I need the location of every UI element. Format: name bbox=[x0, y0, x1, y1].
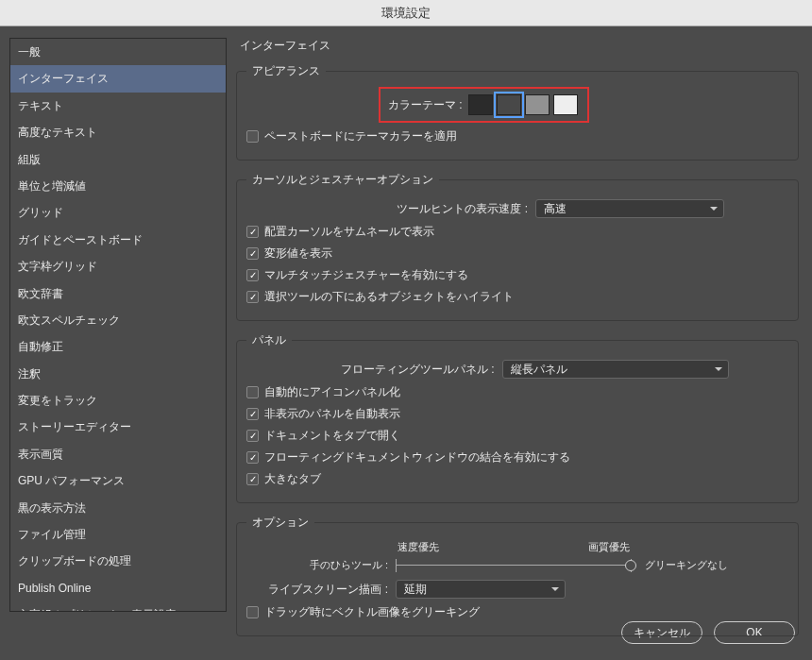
checkbox-row: フローティングドキュメントウィンドウの結合を有効にする bbox=[246, 449, 788, 465]
checkbox[interactable] bbox=[246, 386, 259, 398]
sidebar-item[interactable]: 黒の表示方法 bbox=[10, 495, 226, 521]
checkbox-label: 変形値を表示 bbox=[264, 245, 332, 262]
hand-tool-label: 手のひらツール : bbox=[246, 558, 388, 572]
checkbox[interactable] bbox=[246, 291, 259, 303]
cursor-legend: カーソルとジェスチャーオプション bbox=[246, 172, 439, 188]
sidebar-item[interactable]: 組版 bbox=[10, 146, 226, 173]
sidebar-item[interactable]: 一般 bbox=[10, 39, 226, 65]
checkbox[interactable] bbox=[246, 451, 259, 464]
cursor-group: カーソルとジェスチャーオプション ツールヒントの表示速度 : 高速 配置カーソル… bbox=[236, 172, 799, 321]
drag-greek-row: ドラッグ時にベクトル画像をグリーキング bbox=[246, 604, 788, 620]
checkbox-row: マルチタッチジェスチャーを有効にする bbox=[246, 267, 788, 283]
sidebar-item[interactable]: インターフェイス bbox=[10, 65, 226, 92]
pasteboard-checkbox[interactable] bbox=[246, 130, 259, 143]
sidebar-item[interactable]: ファイル管理 bbox=[10, 521, 226, 548]
sidebar-item[interactable]: クリップボードの処理 bbox=[10, 548, 226, 574]
color-theme-swatches bbox=[468, 94, 578, 115]
checkbox-label: 大きなタブ bbox=[264, 471, 321, 487]
checkbox-label: 自動的にアイコンパネル化 bbox=[264, 384, 400, 400]
checkbox-row: ドキュメントをタブで開く bbox=[246, 428, 788, 444]
checkbox[interactable] bbox=[246, 247, 259, 260]
theme-swatch[interactable] bbox=[497, 94, 521, 115]
sidebar-item[interactable]: テキスト bbox=[10, 93, 226, 119]
sidebar-item[interactable]: 文字枠グリッド bbox=[10, 253, 226, 279]
color-theme-highlight: カラーテーマ : bbox=[379, 87, 589, 123]
options-group: オプション 速度優先 画質優先 手のひらツール : グリーキングなし bbox=[236, 515, 799, 636]
checkbox-row: 選択ツールの下にあるオブジェクトをハイライト bbox=[246, 289, 788, 305]
main-area: 一般インターフェイステキスト高度なテキスト組版単位と増減値グリッドガイドとペース… bbox=[0, 26, 812, 612]
theme-swatch[interactable] bbox=[525, 94, 550, 115]
panel-legend: パネル bbox=[246, 332, 292, 348]
checkbox-label: ドキュメントをタブで開く bbox=[264, 428, 400, 444]
checkbox-row: 非表示のパネルを自動表示 bbox=[246, 406, 788, 422]
sidebar-item[interactable]: GPU パフォーマンス bbox=[10, 467, 226, 494]
checkbox-label: マルチタッチジェスチャーを有効にする bbox=[264, 267, 468, 283]
sidebar-item[interactable]: 文字組みプリセットの表示設定 bbox=[10, 601, 226, 612]
checkbox[interactable] bbox=[246, 226, 259, 238]
checkbox-label: 選択ツールの下にあるオブジェクトをハイライト bbox=[264, 289, 514, 305]
checkbox[interactable] bbox=[246, 269, 259, 281]
color-theme-label: カラーテーマ : bbox=[388, 97, 463, 113]
checkbox[interactable] bbox=[246, 430, 259, 442]
sidebar-item[interactable]: 高度なテキスト bbox=[10, 119, 226, 145]
floating-panel-select[interactable]: 縦長パネル bbox=[502, 360, 729, 379]
live-screen-select[interactable]: 延期 bbox=[396, 580, 566, 599]
pasteboard-label: ペーストボードにテーマカラーを適用 bbox=[264, 128, 457, 144]
floating-panel-label: フローティングツールパネル : bbox=[341, 362, 495, 378]
sidebar-item[interactable]: Publish Online bbox=[10, 575, 226, 601]
checkbox-label: 非表示のパネルを自動表示 bbox=[264, 406, 400, 422]
drag-greek-checkbox[interactable] bbox=[246, 606, 259, 618]
sidebar-item[interactable]: グリッド bbox=[10, 199, 226, 226]
content-panel: インターフェイス アピアランス カラーテーマ : ペーストボードにテーマカラーを… bbox=[236, 38, 803, 612]
sidebar-item[interactable]: ストーリーエディター bbox=[10, 414, 226, 440]
hand-tool-slider[interactable] bbox=[396, 559, 632, 572]
page-heading: インターフェイス bbox=[236, 38, 799, 54]
sidebar-item[interactable]: 注釈 bbox=[10, 361, 226, 387]
sidebar-item[interactable]: ガイドとペーストボード bbox=[10, 227, 226, 253]
tool-hint-label: ツールヒントの表示速度 : bbox=[311, 201, 528, 217]
tool-hint-select[interactable]: 高速 bbox=[535, 199, 724, 218]
appearance-group: アピアランス カラーテーマ : ペーストボードにテーマカラーを適用 bbox=[236, 63, 799, 161]
sidebar-item[interactable]: 変更をトラック bbox=[10, 387, 226, 414]
live-screen-label: ライブスクリーン描画 : bbox=[246, 582, 388, 598]
sidebar-item[interactable]: 表示画質 bbox=[10, 441, 226, 467]
checkbox-row: 自動的にアイコンパネル化 bbox=[246, 384, 788, 400]
appearance-legend: アピアランス bbox=[246, 63, 326, 79]
window-title: 環境設定 bbox=[0, 0, 812, 26]
quality-priority-label: 画質優先 bbox=[588, 540, 630, 554]
drag-greek-label: ドラッグ時にベクトル画像をグリーキング bbox=[264, 604, 480, 620]
checkbox-row: 大きなタブ bbox=[246, 471, 788, 487]
pasteboard-row: ペーストボードにテーマカラーを適用 bbox=[246, 128, 788, 144]
no-greek-label: グリーキングなし bbox=[645, 558, 728, 572]
category-sidebar: 一般インターフェイステキスト高度なテキスト組版単位と増減値グリッドガイドとペース… bbox=[9, 38, 227, 612]
theme-swatch[interactable] bbox=[553, 94, 578, 115]
panel-group: パネル フローティングツールパネル : 縦長パネル 自動的にアイコンパネル化非表… bbox=[236, 332, 799, 503]
sidebar-item[interactable]: 単位と増減値 bbox=[10, 173, 226, 199]
sidebar-item[interactable]: 欧文辞書 bbox=[10, 280, 226, 307]
sidebar-item[interactable]: 欧文スペルチェック bbox=[10, 307, 226, 333]
slider-knob[interactable] bbox=[625, 560, 636, 571]
speed-priority-label: 速度優先 bbox=[398, 540, 439, 554]
theme-swatch[interactable] bbox=[468, 94, 493, 115]
checkbox-row: 変形値を表示 bbox=[246, 245, 788, 262]
sidebar-item[interactable]: 自動修正 bbox=[10, 333, 226, 360]
checkbox-label: 配置カーソルをサムネールで表示 bbox=[264, 224, 434, 240]
checkbox[interactable] bbox=[246, 408, 259, 420]
checkbox-row: 配置カーソルをサムネールで表示 bbox=[246, 224, 788, 240]
checkbox-label: フローティングドキュメントウィンドウの結合を有効にする bbox=[264, 449, 570, 465]
checkbox[interactable] bbox=[246, 473, 259, 485]
options-legend: オプション bbox=[246, 515, 314, 531]
